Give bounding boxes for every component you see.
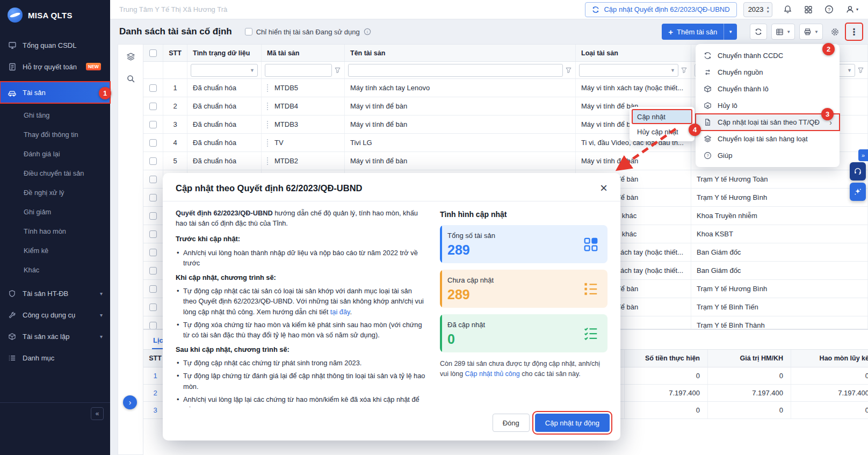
submenu-item-huy-cap-nhat[interactable]: Hủy cập nhật xyxy=(632,124,692,139)
cell-name: Máy vi tính để bàn xyxy=(345,97,576,115)
type-filter-dropdown[interactable]: ▼ xyxy=(579,64,678,77)
expand-gutter-button[interactable]: › xyxy=(123,395,137,409)
auto-update-button[interactable]: Cập nhật tự động xyxy=(535,414,610,432)
apps-grid-icon[interactable] xyxy=(804,5,813,14)
row-checkbox[interactable] xyxy=(149,230,157,238)
total-assets-card: Tổng số tài sản 289 xyxy=(440,225,607,263)
account-menu[interactable]: ▾ xyxy=(845,5,858,14)
row-checkbox[interactable] xyxy=(149,322,157,329)
sidebar-subitem[interactable]: Khác xyxy=(0,260,110,279)
row-checkbox[interactable] xyxy=(149,285,157,293)
col-header-name[interactable]: Tên tài sản xyxy=(345,45,576,61)
row-checkbox[interactable] xyxy=(149,212,157,220)
row-checkbox[interactable] xyxy=(149,249,157,256)
nav-label: Tổng quan CSDL xyxy=(23,41,76,49)
row-checkbox[interactable] xyxy=(149,194,157,201)
search-icon[interactable] xyxy=(126,74,135,83)
sidebar-item-danh-muc[interactable]: Danh mục xyxy=(0,347,110,369)
menu-item-chuyen-nguon[interactable]: Chuyển nguồn xyxy=(696,64,840,81)
row-checkbox[interactable] xyxy=(149,267,157,275)
sidebar-subitem[interactable]: Đề nghị xử lý xyxy=(0,183,110,202)
name-filter-input[interactable] xyxy=(348,64,563,77)
col-header-code[interactable]: Mã tài sản xyxy=(262,45,345,61)
sidebar-item-tai-san-ht-db[interactable]: Tài sản HT-ĐB ▾ xyxy=(0,283,110,304)
cell-code: MTDB3 xyxy=(262,115,345,133)
document-update-icon xyxy=(703,118,712,126)
info-icon[interactable]: i xyxy=(364,28,371,35)
manual-update-link[interactable]: Cập nhật thủ công xyxy=(465,370,520,378)
layers-icon[interactable] xyxy=(126,52,135,61)
sidebar-item-ho-tro-quyet-toan[interactable]: Hỗ trợ quyết toán NEW xyxy=(0,56,110,77)
sidebar-subitem[interactable]: Kiểm kê xyxy=(0,241,110,260)
year-selector[interactable]: 2023 ▲▼ xyxy=(743,2,772,17)
filter-funnel-icon[interactable] xyxy=(681,67,688,74)
refresh-button[interactable] xyxy=(750,24,767,40)
print-button[interactable]: ▼ xyxy=(799,24,823,40)
menu-item-huy-lo[interactable]: Hủy lô xyxy=(696,97,840,114)
filter-funnel-icon[interactable] xyxy=(334,67,341,74)
card-label: Chưa cập nhật xyxy=(447,276,600,284)
submenu-item-cap-nhat[interactable]: Cập nhật xyxy=(632,109,692,124)
step-badge-2: 2 xyxy=(822,43,835,55)
sidebar-item-tai-san[interactable]: Tài sản ▴ xyxy=(0,82,110,103)
row-checkbox[interactable] xyxy=(149,176,157,183)
close-icon[interactable]: × xyxy=(600,182,607,194)
topbar-icons: ? ▾ xyxy=(783,5,858,14)
only-in-use-filter[interactable]: Chỉ hiển thị tài sản Đang sử dụng i xyxy=(245,28,371,36)
checklist-icon xyxy=(583,326,599,342)
menu-item-chuyen-thanh-ccdc[interactable]: Chuyển thành CCDC xyxy=(696,47,840,64)
collapse-sidebar-button[interactable]: « xyxy=(91,407,104,420)
more-actions-button[interactable]: ⋮ xyxy=(847,24,862,39)
select-all-checkbox[interactable] xyxy=(149,49,157,57)
update-decision-button[interactable]: Cập nhật Quyết định 62/2023/QĐ-UBND xyxy=(585,2,736,17)
col-header-stt[interactable]: STT xyxy=(163,45,187,61)
sidebar-subitem[interactable]: Ghi giảm xyxy=(0,202,110,221)
col-header-status[interactable]: Tình trạng dữ liệu xyxy=(187,45,262,61)
sidebar-subitem[interactable]: Điều chuyển tài sản xyxy=(0,163,110,183)
row-checkbox[interactable] xyxy=(149,84,157,92)
add-asset-button[interactable]: +Thêm tài sản ▼ xyxy=(662,24,737,40)
only-in-use-checkbox[interactable] xyxy=(245,28,252,35)
bcol-amount: Số tiền thực hiện xyxy=(625,350,708,367)
row-checkbox[interactable] xyxy=(149,157,157,165)
settings-button[interactable] xyxy=(827,24,842,39)
col-header-type[interactable]: Loại tài sản xyxy=(576,45,691,61)
code-filter-input[interactable] xyxy=(265,64,332,77)
sidebar-item-cong-cu-dung-cu[interactable]: Công cụ dụng cụ ▾ xyxy=(0,304,110,326)
app-logo: MISA QLTS xyxy=(0,0,110,30)
row-checkbox[interactable] xyxy=(149,304,157,311)
filter-funnel-icon[interactable] xyxy=(565,67,572,74)
headset-icon xyxy=(853,167,862,176)
bell-icon[interactable] xyxy=(783,5,792,14)
filter-funnel-icon[interactable] xyxy=(857,67,864,74)
cell-stt: 4 xyxy=(163,134,187,151)
support-headset-button[interactable] xyxy=(850,162,866,180)
sidebar-item-tai-san-xac-lap[interactable]: Tài sản xác lập ▾ xyxy=(0,326,110,347)
row-checkbox[interactable] xyxy=(149,121,157,128)
add-asset-dropdown[interactable]: ▼ xyxy=(724,24,737,40)
menu-item-cap-nhat-loai-tai-san[interactable]: Cập nhật loại tài sản theo TT/QĐ › xyxy=(696,114,840,131)
help-icon[interactable]: ? xyxy=(824,5,834,14)
sidebar-subitem[interactable]: Đánh giá lại xyxy=(0,144,110,163)
sidebar-subitem[interactable]: Thay đổi thông tin xyxy=(0,125,110,144)
row-checkbox[interactable] xyxy=(149,103,157,110)
menu-item-chuyen-loai-hang-loat[interactable]: Chuyển loại tài sản hàng loạt xyxy=(696,131,840,147)
menu-item-giup[interactable]: ? Giúp xyxy=(696,147,840,164)
edge-expand-tab[interactable]: » xyxy=(858,149,868,161)
close-button[interactable]: Đóng xyxy=(493,414,530,432)
svg-text:?: ? xyxy=(706,153,708,158)
columns-button[interactable]: ▼ xyxy=(771,24,795,40)
organization-name: Trung Tâm Y Tế Thị Xã Hương Trà xyxy=(119,5,227,13)
sidebar-subitem[interactable]: Ghi tăng xyxy=(0,105,110,125)
year-spinner-icon[interactable]: ▲▼ xyxy=(766,5,770,14)
guide-link[interactable]: tại đây xyxy=(330,308,350,316)
row-checkbox[interactable] xyxy=(149,139,157,147)
cell-checkbox xyxy=(143,298,163,316)
bcell-haomon: 0 xyxy=(791,367,868,384)
sidebar-item-tong-quan-csdl[interactable]: Tổng quan CSDL xyxy=(0,34,110,56)
before-list: Anh/chị vui lòng hoàn thành nhập dữ liệu… xyxy=(176,248,426,268)
assistant-button[interactable] xyxy=(850,183,866,201)
sidebar-subitem[interactable]: Tính hao mòn xyxy=(0,221,110,241)
status-filter-dropdown[interactable]: ▼ xyxy=(191,64,258,77)
menu-item-chuyen-thanh-lo[interactable]: Chuyển thành lô xyxy=(696,81,840,97)
